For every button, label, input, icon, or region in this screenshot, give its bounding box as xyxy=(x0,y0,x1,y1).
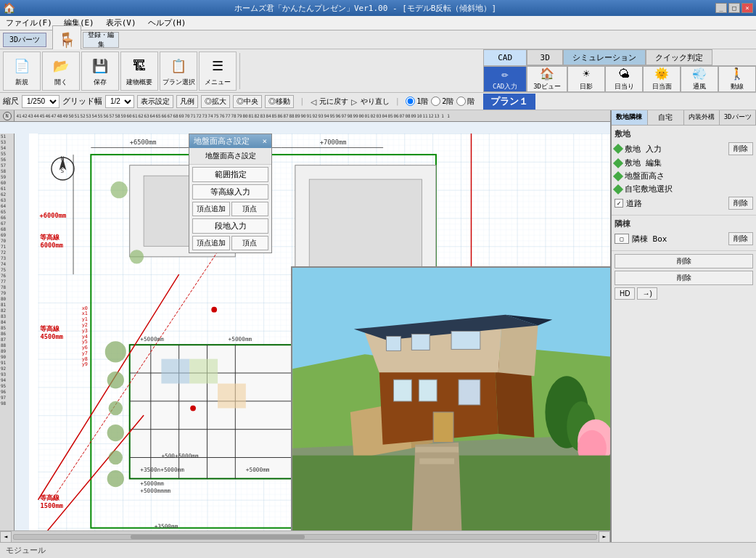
building-overview-button[interactable]: 🏗 建物概要 xyxy=(120,52,158,91)
floor-1-label: 1階 xyxy=(416,97,428,107)
svg-text:x1: x1 xyxy=(82,311,88,316)
site-edit-label: 敷地 編集 xyxy=(625,157,753,168)
scroll-right-arrow[interactable]: ► xyxy=(599,531,610,543)
sub-flow[interactable]: 🚶 動線 xyxy=(718,66,756,92)
range-specify-button[interactable]: 範囲指定 xyxy=(192,167,268,182)
sub-sunlight[interactable]: 🌤 日当り xyxy=(605,66,643,92)
floor-3-radio[interactable]: 階 xyxy=(456,97,474,107)
svg-point-19 xyxy=(130,250,144,263)
open-button[interactable]: 📂 開く xyxy=(42,52,80,91)
svg-marker-84 xyxy=(498,322,538,377)
svg-text:y1: y1 xyxy=(82,316,88,322)
plan-select-button[interactable]: 📋 プラン選択 xyxy=(160,52,197,91)
status-text: モジュール xyxy=(6,545,46,556)
plan-label: プラン選択 xyxy=(163,78,195,87)
vertex-button-1[interactable]: 頂点 xyxy=(231,202,269,216)
north-arrow-small: N xyxy=(3,112,12,120)
new-button[interactable]: 📄 新規 xyxy=(3,52,41,91)
window-controls: _ □ × xyxy=(715,3,753,13)
menu-button[interactable]: ☰ メニュー xyxy=(199,52,237,91)
hd-button[interactable]: HD xyxy=(615,287,635,300)
vertex-add-button-1[interactable]: 頂点追加 xyxy=(192,202,230,216)
save-button[interactable]: 💾 保存 xyxy=(81,52,119,91)
vertex-button-2[interactable]: 頂点 xyxy=(231,236,269,250)
center-button[interactable]: ◎中央 xyxy=(233,95,262,108)
tab-interior-exterior[interactable]: 内装外構 xyxy=(684,110,720,125)
svg-rect-89 xyxy=(459,379,480,405)
diamond-icon-4 xyxy=(613,184,623,194)
tab-simulation[interactable]: シミュレーション xyxy=(563,49,646,65)
scroll-left-arrow[interactable]: ◄ xyxy=(0,531,12,543)
tab-3d[interactable]: 3D xyxy=(527,49,563,65)
diamond-icon-2 xyxy=(613,157,623,168)
horizontal-scrollbar[interactable]: ◄ ► xyxy=(0,530,610,542)
diamond-icon-1 xyxy=(613,144,623,154)
move-button[interactable]: ◎移動 xyxy=(265,95,294,108)
forward-arrow[interactable]: ▷ xyxy=(351,96,357,107)
popup-close-button[interactable]: × xyxy=(262,136,267,146)
arrow-button[interactable]: →) xyxy=(637,287,657,300)
site-input-label: 敷地 入力 xyxy=(625,144,726,155)
sub-sunface[interactable]: 🌞 日当面 xyxy=(643,66,681,92)
road-delete[interactable]: 削除 xyxy=(728,197,753,210)
tab-quick[interactable]: クイック判定 xyxy=(646,49,712,65)
svg-text:y2: y2 xyxy=(82,322,88,328)
svg-point-75 xyxy=(107,470,124,487)
grid-select[interactable]: 1/2 1/4 1 xyxy=(105,95,134,108)
popup-title: 地盤面高さ設定 × xyxy=(189,134,271,148)
legend-button[interactable]: 凡例 xyxy=(176,95,198,108)
tab-site-neighbor[interactable]: 数地隣棟 xyxy=(612,110,648,125)
sub-shadow[interactable]: ☀ 日影 xyxy=(567,66,605,92)
floor-2-radio[interactable]: 2階 xyxy=(431,97,453,107)
sub-cad-input[interactable]: ✏ CAD入力 xyxy=(483,66,527,92)
popup-subtitle: 地盤面高さ設定 xyxy=(189,148,271,165)
canvas-area[interactable]: +6500mm +7000mm +7000mm +6000mm S N xyxy=(29,134,610,530)
site-input-delete[interactable]: 削除 xyxy=(728,142,753,155)
svg-text:1500mm: 1500mm xyxy=(40,502,62,509)
svg-text:等高線: 等高線 xyxy=(40,233,60,241)
save-icon: 💾 xyxy=(89,54,112,76)
toolbar-separator-1 xyxy=(239,53,240,89)
menu-help[interactable]: ヘルプ(H) xyxy=(145,16,189,30)
zoom-in-button[interactable]: ◎拡大 xyxy=(201,95,230,108)
parts-register-button[interactable]: 登録・編集 xyxy=(83,32,119,48)
tab-cad[interactable]: CAD xyxy=(483,49,527,65)
svg-text:+5000mm: +5000mm xyxy=(140,480,164,487)
tab-3d-parts[interactable]: 3Dパーツ xyxy=(720,110,756,125)
scroll-thumb[interactable] xyxy=(131,535,305,539)
display-settings-button[interactable]: 表示設定 xyxy=(137,95,173,108)
step-input-button[interactable]: 段地入力 xyxy=(192,218,268,234)
maximize-button[interactable]: □ xyxy=(728,3,740,13)
floor-3-label: 階 xyxy=(467,97,474,107)
tab-own-house[interactable]: 自宅 xyxy=(648,110,684,125)
extra-delete-button-1[interactable]: 削除 xyxy=(615,254,753,268)
menu-icon: ☰ xyxy=(206,54,229,76)
road-checkbox[interactable]: ✓ xyxy=(615,199,623,208)
flow-label: 動線 xyxy=(731,82,744,91)
ground-popup: 地盤面高さ設定 × 地盤面高さ設定 範囲指定 等高線入力 頂点追加 頂点 段地入… xyxy=(189,134,272,253)
contour-input-button[interactable]: 等高線入力 xyxy=(192,184,268,200)
vertex-add-button-2[interactable]: 頂点追加 xyxy=(192,236,230,250)
scroll-track[interactable] xyxy=(13,534,597,540)
drawing-area[interactable]: N 41 42 43 44 45 46 47 48 49 50 51 52 53… xyxy=(0,110,611,542)
neighbor-section: 隣棟 □ 隣棟 Box 削除 xyxy=(612,216,756,251)
menu-file[interactable]: ファイル(F) xyxy=(3,16,55,30)
close-button[interactable]: × xyxy=(741,3,753,13)
sub-ventilation[interactable]: 💨 通風 xyxy=(681,66,718,92)
tab-simulation-label: シミュレーション xyxy=(572,52,636,63)
back-arrow[interactable]: ◁ xyxy=(311,96,316,107)
minimize-button[interactable]: _ xyxy=(715,3,727,13)
diamond-icon-3 xyxy=(613,171,623,181)
svg-point-74 xyxy=(109,451,123,464)
svg-text:y3: y3 xyxy=(82,328,88,334)
extra-delete-button-2[interactable]: 削除 xyxy=(615,271,753,285)
neighbor-box-delete[interactable]: 削除 xyxy=(728,232,753,245)
svg-text:+5000mmmm: +5000mmmm xyxy=(140,488,170,494)
svg-text:x0: x0 xyxy=(82,305,88,311)
ventilation-icon: 💨 xyxy=(692,67,707,81)
floor-1-radio[interactable]: 1階 xyxy=(406,97,428,107)
open-icon: 📂 xyxy=(49,54,73,76)
sub-3d-view[interactable]: 🏠 3Dビュー xyxy=(527,66,567,92)
svg-rect-31 xyxy=(218,384,246,409)
scale-select[interactable]: 1/250 1/100 1/200 xyxy=(22,95,59,108)
